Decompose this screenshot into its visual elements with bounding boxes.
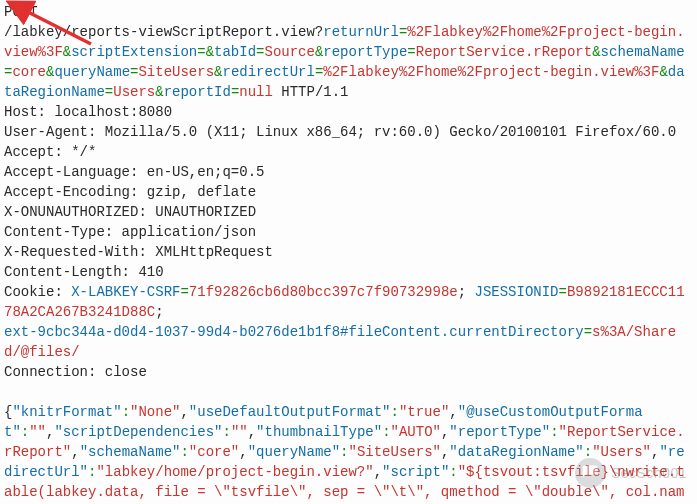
connection-header: Connection: close [4,364,147,380]
http-headers: Host: localhost:8080 User-Agent: Mozilla… [4,104,676,280]
cookie-extra-key: ext-9cbc344a-d0d4-1037-99d4-b0276de1b1f8… [4,324,584,340]
http-protocol: HTTP/1.1 [281,84,348,100]
cookie-label: Cookie: [4,284,63,300]
http-path: /labkey/reports-viewScriptReport.view [4,24,315,40]
http-cookies: X-LABKEY-CSRF=71f92826cb6d80bcc397c7f907… [4,284,685,320]
http-request-raw: POST /labkey/reports-viewScriptReport.vi… [0,0,697,504]
http-method: POST [4,4,38,20]
